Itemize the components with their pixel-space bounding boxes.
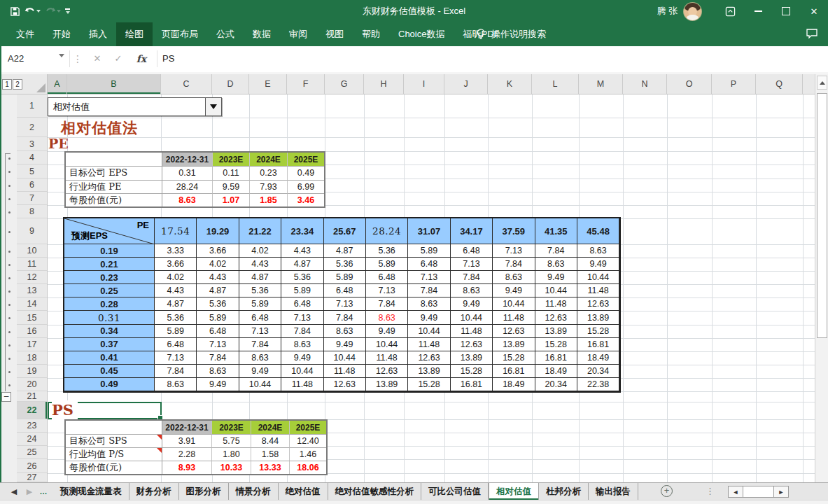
column-header-P[interactable]: P <box>712 74 756 94</box>
row-header-15[interactable]: 15 <box>17 311 47 325</box>
matrix-value-cell[interactable]: 4.02 <box>155 271 197 284</box>
row-header-23[interactable]: 23 <box>17 419 47 433</box>
matrix-value-cell[interactable]: 7.13 <box>324 298 366 311</box>
column-header-B[interactable]: B <box>67 74 161 94</box>
row-header-13[interactable]: 13 <box>17 284 47 298</box>
matrix-value-cell[interactable]: 7.13 <box>239 325 281 338</box>
matrix-value-cell[interactable]: 5.89 <box>281 284 323 298</box>
hscroll-thumb[interactable] <box>743 486 774 498</box>
sheet-tab-绝对估值敏感性分析[interactable]: 绝对估值敏感性分析 <box>328 483 422 500</box>
pe-table-value-cell[interactable]: 1.85 <box>249 193 287 206</box>
hscroll-left-button[interactable]: ◄ <box>728 486 743 498</box>
matrix-value-cell[interactable]: 16.81 <box>535 351 577 365</box>
row-header-8[interactable]: 8 <box>17 205 47 218</box>
formula-input[interactable]: PS <box>162 50 174 68</box>
matrix-value-cell[interactable]: 18.49 <box>493 378 535 391</box>
row-header-6[interactable]: 6 <box>17 178 47 192</box>
sheet-tab-可比公司估值[interactable]: 可比公司估值 <box>421 483 489 500</box>
matrix-value-cell[interactable]: 4.43 <box>197 271 239 284</box>
new-sheet-button[interactable]: + <box>661 485 673 497</box>
row-header-7[interactable]: 7 <box>17 192 47 205</box>
row-header-4[interactable]: 4 <box>17 151 47 164</box>
pe-table-value-cell[interactable]: 0.11 <box>212 166 249 179</box>
matrix-pe-header[interactable]: 37.59 <box>493 218 535 244</box>
pe-table-value-cell[interactable]: 28.24 <box>162 180 212 193</box>
row-header-10[interactable]: 10 <box>17 244 47 258</box>
ribbon-tab-绘图[interactable]: 绘图 <box>116 22 153 46</box>
matrix-value-cell[interactable]: 7.13 <box>408 271 450 284</box>
main-title-cell[interactable]: 相对估值法 <box>61 118 138 138</box>
matrix-eps-header[interactable]: 0.34 <box>64 325 155 338</box>
matrix-value-cell[interactable]: 16.81 <box>577 338 619 351</box>
ps-table-value-cell[interactable]: 1.80 <box>211 447 251 461</box>
matrix-eps-header[interactable]: 0.37 <box>64 338 155 351</box>
maximize-button[interactable] <box>772 0 800 22</box>
matrix-value-cell[interactable]: 4.02 <box>197 258 239 271</box>
matrix-value-cell[interactable]: 3.33 <box>155 244 197 258</box>
pe-table-value-cell[interactable]: 1.07 <box>212 193 249 206</box>
matrix-value-cell[interactable]: 5.36 <box>324 258 366 271</box>
matrix-value-cell[interactable]: 4.43 <box>155 284 197 298</box>
ps-table-value-cell[interactable]: 10.33 <box>211 461 251 474</box>
pe-table-header-empty[interactable] <box>66 153 162 166</box>
ps-table-row-label[interactable]: 目标公司 SPS <box>66 434 162 447</box>
row-header-2[interactable]: 2 <box>17 118 47 137</box>
matrix-value-cell[interactable]: 10.44 <box>451 311 493 324</box>
minimize-button[interactable] <box>744 0 772 22</box>
matrix-value-cell[interactable]: 10.44 <box>281 365 323 378</box>
matrix-eps-header[interactable]: 0.19 <box>64 244 155 258</box>
matrix-value-cell[interactable]: 12.63 <box>366 365 408 378</box>
matrix-value-cell[interactable]: 6.48 <box>408 258 450 271</box>
matrix-pe-header[interactable]: 17.54 <box>155 218 197 244</box>
sheet-nav-left-button[interactable]: ◀ <box>8 486 20 497</box>
ribbon-tab-帮助[interactable]: 帮助 <box>353 22 389 46</box>
matrix-value-cell[interactable]: 3.66 <box>197 244 239 258</box>
matrix-value-cell[interactable]: 8.63 <box>408 298 450 311</box>
ps-table-row-label[interactable]: 每股价值(元) <box>66 461 162 474</box>
user-name[interactable]: 腾 张 <box>657 5 678 18</box>
matrix-value-cell[interactable]: 18.49 <box>577 351 619 365</box>
user-avatar[interactable] <box>683 2 702 21</box>
matrix-value-cell[interactable]: 9.49 <box>535 271 577 284</box>
outline-collapse-button[interactable]: – <box>1 392 11 402</box>
matrix-value-cell[interactable]: 8.63 <box>155 378 197 391</box>
matrix-value-cell[interactable]: 6.48 <box>366 271 408 284</box>
pe-table-value-cell[interactable]: 9.59 <box>212 180 249 193</box>
ps-table-value-cell[interactable]: 12.40 <box>289 434 326 447</box>
ribbon-display-options-button[interactable] <box>716 0 744 22</box>
row-header-18[interactable]: 18 <box>17 351 47 365</box>
tabbar-grip-icon[interactable]: ⋮ <box>706 486 715 496</box>
column-header-Q[interactable]: Q <box>756 74 803 94</box>
pe-table-row-label[interactable]: 目标公司 EPS <box>66 166 162 179</box>
pe-section-label-cell[interactable]: PE <box>48 136 69 151</box>
matrix-value-cell[interactable]: 9.49 <box>281 351 323 365</box>
row-header-25[interactable]: 25 <box>17 446 47 459</box>
matrix-value-cell[interactable]: 9.49 <box>366 325 408 338</box>
ps-table-value-cell[interactable]: 2.28 <box>162 447 211 461</box>
matrix-eps-header[interactable]: 0.25 <box>64 284 155 298</box>
pe-table-row-label[interactable]: 每股价值(元) <box>66 193 162 206</box>
column-header-L[interactable]: L <box>532 74 579 94</box>
matrix-value-cell[interactable]: 12.63 <box>493 325 535 338</box>
matrix-value-cell[interactable]: 9.49 <box>451 298 493 311</box>
matrix-eps-header[interactable]: 0.23 <box>64 271 155 284</box>
matrix-value-cell[interactable]: 4.43 <box>239 258 281 271</box>
outline-level-2-button[interactable]: 2 <box>13 79 22 90</box>
sheet-tab-预测现金流量表[interactable]: 预测现金流量表 <box>53 483 129 500</box>
comments-icon[interactable] <box>806 27 818 43</box>
matrix-value-cell[interactable]: 13.89 <box>451 351 493 365</box>
insert-function-button[interactable]: fx <box>132 50 151 68</box>
matrix-eps-header[interactable]: 0.28 <box>64 298 155 311</box>
matrix-value-cell[interactable]: 8.63 <box>493 271 535 284</box>
matrix-value-cell[interactable]: 5.36 <box>281 271 323 284</box>
matrix-value-cell[interactable]: 11.48 <box>324 365 366 378</box>
matrix-eps-header[interactable]: 0.49 <box>64 378 155 391</box>
row-header-17[interactable]: 17 <box>17 338 47 351</box>
matrix-value-cell[interactable]: 7.84 <box>408 284 450 298</box>
row-header-26[interactable]: 26 <box>17 459 47 473</box>
matrix-value-cell[interactable]: 4.87 <box>197 284 239 298</box>
matrix-pe-header[interactable]: 19.29 <box>197 218 239 244</box>
matrix-value-cell[interactable]: 7.84 <box>155 365 197 378</box>
matrix-pe-header[interactable]: 41.35 <box>535 218 577 244</box>
row-header-27[interactable]: 27 <box>17 473 47 482</box>
